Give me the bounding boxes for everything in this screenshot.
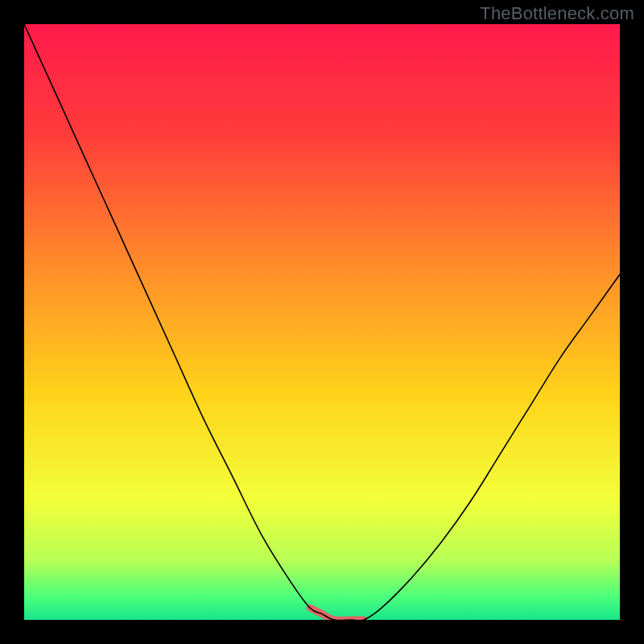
- chart-frame: { "watermark": "TheBottleneck.com", "col…: [0, 0, 644, 644]
- chart-svg: [24, 24, 620, 620]
- plot-area: [24, 24, 620, 620]
- gradient-background: [24, 24, 620, 620]
- watermark-text: TheBottleneck.com: [480, 3, 634, 24]
